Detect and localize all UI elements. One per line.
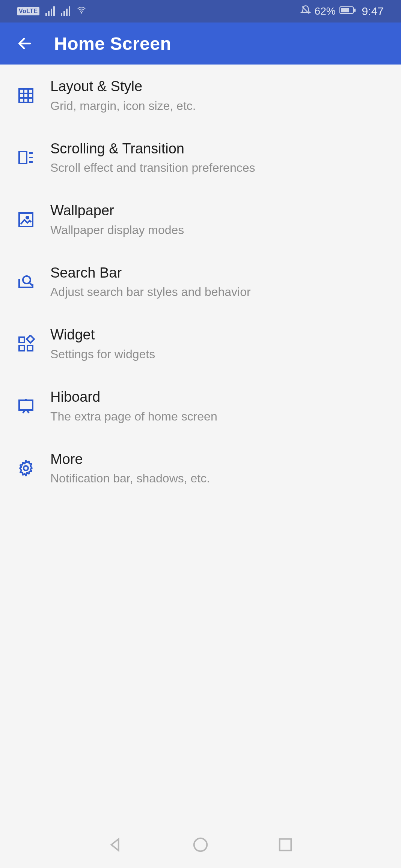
square-recent-icon (277, 836, 294, 853)
item-title: Layout & Style (50, 78, 196, 95)
item-title: Scrolling & Transition (50, 140, 255, 158)
image-icon (16, 210, 36, 230)
svg-rect-18 (19, 337, 24, 342)
battery-icon (339, 6, 356, 17)
page-title: Home Screen (54, 33, 171, 54)
svg-rect-2 (354, 9, 356, 12)
triangle-back-icon (107, 836, 124, 853)
gear-icon (16, 458, 36, 478)
svg-marker-27 (112, 839, 119, 851)
svg-rect-20 (27, 345, 33, 351)
back-button[interactable] (14, 33, 35, 54)
svg-rect-10 (19, 152, 27, 164)
settings-item-more[interactable]: More Notification bar, shadows, etc. (0, 437, 401, 500)
item-subtitle: Scroll effect and transition preferences (50, 160, 255, 175)
clock: 9:47 (362, 5, 384, 18)
svg-rect-19 (19, 345, 24, 351)
item-title: More (50, 451, 210, 468)
svg-point-26 (24, 466, 28, 470)
settings-list: Layout & Style Grid, margin, icon size, … (0, 65, 401, 499)
settings-item-widget[interactable]: Widget Settings for widgets (0, 313, 401, 375)
widget-icon (16, 334, 36, 354)
svg-point-15 (26, 216, 29, 219)
svg-rect-29 (280, 839, 291, 851)
circle-home-icon (192, 836, 209, 853)
status-bar: VoLTE 62% 9:47 (0, 0, 401, 23)
battery-percent: 62% (315, 5, 336, 17)
svg-rect-3 (341, 8, 349, 12)
item-subtitle: Wallpaper display modes (50, 222, 184, 237)
wifi-icon (76, 6, 87, 17)
svg-line-17 (30, 283, 33, 286)
volte-badge: VoLTE (17, 7, 39, 15)
settings-item-scrolling[interactable]: Scrolling & Transition Scroll effect and… (0, 127, 401, 189)
item-subtitle: Notification bar, shadows, etc. (50, 471, 210, 486)
svg-point-16 (23, 276, 30, 284)
item-title: Widget (50, 326, 155, 344)
item-title: Hiboard (50, 389, 217, 406)
svg-rect-22 (19, 400, 33, 410)
board-icon (16, 396, 36, 416)
settings-item-wallpaper[interactable]: Wallpaper Wallpaper display modes (0, 189, 401, 251)
item-subtitle: Adjust search bar styles and behavior (50, 284, 251, 299)
svg-rect-5 (19, 89, 33, 102)
signal-icon-2 (61, 6, 70, 16)
svg-point-28 (194, 838, 207, 851)
item-title: Wallpaper (50, 202, 184, 219)
signal-icon-1 (45, 6, 55, 16)
settings-item-hiboard[interactable]: Hiboard The extra page of home screen (0, 375, 401, 437)
svg-point-0 (81, 12, 82, 13)
grid-icon (16, 86, 36, 106)
nav-back-button[interactable] (107, 836, 124, 855)
svg-rect-21 (27, 335, 34, 343)
item-subtitle: Grid, margin, icon size, etc. (50, 98, 196, 113)
scroll-icon (16, 147, 36, 168)
item-subtitle: Settings for widgets (50, 347, 155, 362)
arrow-left-icon (17, 35, 33, 52)
system-nav-bar (0, 823, 401, 868)
nav-recent-button[interactable] (277, 836, 294, 855)
mute-icon (300, 5, 311, 18)
settings-item-search-bar[interactable]: Search Bar Adjust search bar styles and … (0, 251, 401, 313)
nav-home-button[interactable] (192, 836, 209, 855)
search-icon (16, 272, 36, 292)
item-title: Search Bar (50, 264, 251, 282)
app-bar: Home Screen (0, 23, 401, 65)
item-subtitle: The extra page of home screen (50, 409, 217, 424)
settings-item-layout-style[interactable]: Layout & Style Grid, margin, icon size, … (0, 65, 401, 127)
